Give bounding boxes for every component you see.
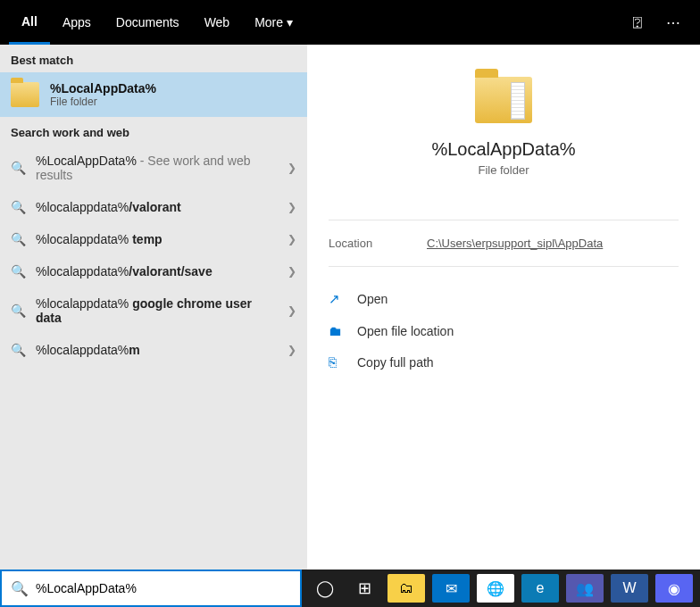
location-link[interactable]: C:\Users\erpsupport_sipl\AppData [427, 237, 603, 250]
copy-icon: ⎘ [329, 354, 345, 370]
chevron-right-icon: ❯ [288, 233, 296, 245]
feedback-icon[interactable]: ⍰ [620, 14, 655, 30]
search-scope-tabs: All Apps Documents Web More ▾ ⍰ ⋯ [0, 0, 700, 45]
task-view-icon[interactable]: ⊞ [346, 570, 382, 607]
tab-web[interactable]: Web [192, 0, 243, 45]
preview-title: %LocalAppData% [329, 139, 679, 160]
chevron-right-icon: ❯ [288, 265, 296, 278]
search-icon: 🔍 [11, 200, 25, 214]
chevron-right-icon: ❯ [288, 304, 296, 317]
action-open[interactable]: ↗Open [329, 283, 679, 315]
search-icon: 🔍 [11, 232, 25, 246]
search-icon: 🔍 [11, 161, 25, 175]
search-suggestion[interactable]: 🔍 %localappdata%m ❯ [0, 334, 307, 366]
edge-icon[interactable]: e [521, 574, 559, 603]
chrome-icon[interactable]: 🌐 [477, 574, 514, 603]
options-icon[interactable]: ⋯ [655, 14, 691, 31]
preview-pane: %LocalAppData% File folder Location C:\U… [307, 45, 700, 570]
folder-open-icon: 🖿 [329, 323, 345, 338]
search-box[interactable]: 🔍 [0, 570, 302, 607]
search-web-header: Search work and web [0, 117, 307, 145]
tab-documents[interactable]: Documents [104, 0, 192, 45]
search-icon: 🔍 [11, 264, 25, 279]
cortana-icon[interactable]: ◯ [307, 570, 343, 607]
tab-more[interactable]: More ▾ [242, 0, 305, 45]
word-icon[interactable]: W [611, 574, 648, 603]
open-icon: ↗ [329, 291, 345, 307]
teams-icon[interactable]: 👥 [566, 574, 604, 603]
taskbar: ◯ ⊞ 🗂 ✉ 🌐 e 👥 W ◉ [302, 570, 700, 607]
file-explorer-icon[interactable]: 🗂 [388, 574, 425, 603]
search-suggestion[interactable]: 🔍 %localappdata% temp ❯ [0, 223, 307, 255]
search-input[interactable] [36, 581, 291, 595]
discord-icon[interactable]: ◉ [655, 574, 693, 603]
search-icon: 🔍 [11, 304, 25, 318]
search-suggestion[interactable]: 🔍 %LocalAppData% - See work and web resu… [0, 145, 307, 191]
search-suggestion[interactable]: 🔍 %localappdata%/valorant ❯ [0, 191, 307, 223]
chevron-right-icon: ❯ [288, 162, 296, 174]
location-label: Location [329, 237, 427, 250]
best-match-title: %LocalAppData% [50, 81, 156, 96]
preview-subtitle: File folder [329, 163, 679, 177]
best-match-header: Best match [0, 45, 307, 72]
tab-apps[interactable]: Apps [50, 0, 104, 45]
search-icon: 🔍 [11, 343, 25, 357]
chevron-right-icon: ❯ [288, 344, 296, 356]
outlook-icon[interactable]: ✉ [432, 574, 470, 603]
search-icon: 🔍 [11, 580, 29, 597]
action-open-location[interactable]: 🖿Open file location [329, 315, 679, 346]
action-copy-path[interactable]: ⎘Copy full path [329, 346, 679, 378]
results-list: Best match %LocalAppData% File folder Se… [0, 45, 307, 570]
folder-icon [11, 82, 39, 107]
best-match-subtitle: File folder [50, 96, 156, 108]
best-match-item[interactable]: %LocalAppData% File folder [0, 72, 307, 117]
folder-icon [475, 77, 532, 123]
tab-all[interactable]: All [9, 0, 50, 45]
search-suggestion[interactable]: 🔍 %localappdata%/valorant/save ❯ [0, 255, 307, 287]
search-suggestion[interactable]: 🔍 %localappdata% google chrome user data… [0, 287, 307, 334]
chevron-right-icon: ❯ [288, 201, 296, 213]
